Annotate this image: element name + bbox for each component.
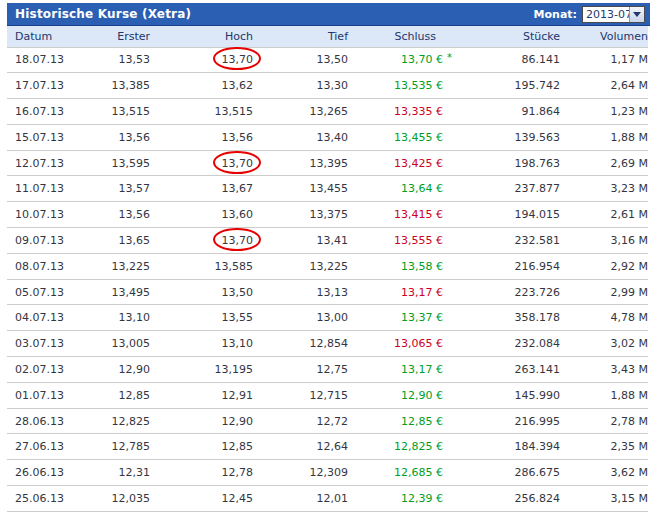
table-header-row: Datum Erster Hoch Tief Schluss Stücke Vo… [7, 26, 648, 47]
shares-value: 139.563 [515, 131, 561, 144]
close-value: 12,825 € [394, 440, 443, 453]
cell-erster: 13,225 [102, 253, 150, 279]
table-row: 17.07.1313,38513,6213,3013,535 €195.7422… [7, 73, 648, 99]
table-row: 05.07.1313,49513,5013,1313,17 €223.7262,… [7, 279, 648, 305]
cell-datum: 10.07.13 [7, 202, 102, 228]
cell-hoch: 13,70 [150, 47, 253, 73]
date-value: 02.07.13 [15, 363, 64, 376]
volume-value: 2,61 M [611, 208, 648, 221]
shares-value: 223.726 [515, 286, 561, 299]
cell-hoch: 12,91 [150, 382, 253, 408]
cell-volumen: 3,15 M [560, 486, 648, 512]
high-value: 13,55 [222, 311, 254, 324]
cell-schluss: 13,455 € [348, 124, 452, 150]
high-value: 13,60 [222, 208, 254, 221]
close-value: 13,535 € [394, 79, 443, 92]
table-row: 26.06.1312,3112,7812,30912,685 €286.6753… [7, 460, 648, 486]
cell-volumen: 1,17 M [560, 47, 648, 73]
shares-value: 216.954 [515, 260, 561, 273]
cell-hoch: 13,67 [150, 176, 253, 202]
cell-schluss: 13,58 € [348, 253, 452, 279]
volume-value: 2,69 M [611, 157, 648, 170]
cell-stuecke: 86.141 [452, 47, 560, 73]
table-row: 11.07.1313,5713,6713,45513,64 €237.8773,… [7, 176, 648, 202]
open-value: 13,225 [112, 260, 151, 273]
shares-value: 86.141 [522, 53, 561, 66]
cell-tief: 13,00 [253, 305, 348, 331]
close-value: 13,415 € [394, 208, 443, 221]
cell-schluss: 13,17 € [348, 279, 452, 305]
high-value: 13,585 [215, 260, 254, 273]
cell-datum: 12.07.13 [7, 150, 102, 176]
shares-value: 232.581 [515, 234, 561, 247]
shares-value: 194.015 [515, 208, 561, 221]
date-value: 17.07.13 [15, 79, 64, 92]
cell-datum: 02.07.13 [7, 357, 102, 383]
volume-value: 1,88 M [611, 131, 648, 144]
footnote-asterisk: * [443, 52, 452, 63]
cell-stuecke: 216.995 [452, 408, 560, 434]
low-value: 13,00 [317, 311, 349, 324]
month-select[interactable]: 2013-07 [582, 6, 645, 23]
cell-hoch: 13,195 [150, 357, 253, 383]
shares-value: 198.763 [515, 157, 561, 170]
cell-stuecke: 232.581 [452, 228, 560, 254]
close-value: 13,17 € [401, 286, 443, 299]
col-header-hoch: Hoch [150, 26, 253, 47]
cell-stuecke: 145.990 [452, 382, 560, 408]
close-value: 13,065 € [394, 337, 443, 350]
col-header-stuecke: Stücke [452, 26, 560, 47]
col-header-volumen: Volumen [560, 26, 648, 47]
high-value: 12,45 [222, 492, 254, 505]
cell-erster: 12,035 [102, 486, 150, 512]
chevron-down-icon[interactable] [629, 7, 644, 22]
shares-value: 145.990 [515, 389, 561, 402]
volume-value: 3,16 M [611, 234, 648, 247]
cell-erster: 13,65 [102, 228, 150, 254]
high-value: 12,91 [222, 389, 254, 402]
close-value: 13,17 € [401, 363, 443, 376]
cell-erster: 13,56 [102, 202, 150, 228]
close-value: 13,64 € [401, 182, 443, 195]
close-value: 13,37 € [401, 311, 443, 324]
volume-value: 2,99 M [611, 286, 648, 299]
cell-stuecke: 223.726 [452, 279, 560, 305]
high-value: 13,70 [222, 157, 254, 170]
low-value: 13,41 [317, 234, 349, 247]
shares-value: 184.394 [515, 440, 561, 453]
red-circle-annotation: 13,70 [222, 234, 254, 247]
open-value: 12,31 [119, 466, 151, 479]
cell-schluss: 13,17 € [348, 357, 452, 383]
cell-hoch: 13,55 [150, 305, 253, 331]
cell-volumen: 2,35 M [560, 434, 648, 460]
cell-tief: 13,395 [253, 150, 348, 176]
cell-volumen: 3,16 M [560, 228, 648, 254]
cell-schluss: 13,64 € [348, 176, 452, 202]
close-value: 13,555 € [394, 234, 443, 247]
open-value: 12,85 [119, 389, 151, 402]
month-select-value[interactable]: 2013-07 [583, 7, 629, 22]
cell-erster: 13,56 [102, 124, 150, 150]
open-value: 12,035 [112, 492, 151, 505]
cell-tief: 13,13 [253, 279, 348, 305]
cell-volumen: 2,69 M [560, 150, 648, 176]
low-value: 12,72 [317, 415, 349, 428]
cell-stuecke: 139.563 [452, 124, 560, 150]
high-value: 13,515 [215, 105, 254, 118]
cell-tief: 12,72 [253, 408, 348, 434]
date-value: 04.07.13 [15, 311, 64, 324]
table-row: 25.06.1312,03512,4512,0112,39 €256.8243,… [7, 486, 648, 512]
cell-tief: 13,41 [253, 228, 348, 254]
cell-schluss: 13,415 € [348, 202, 452, 228]
volume-value: 3,23 M [611, 182, 648, 195]
open-value: 13,495 [112, 286, 151, 299]
cell-volumen: 1,88 M [560, 124, 648, 150]
low-value: 13,455 [310, 182, 349, 195]
cell-tief: 13,30 [253, 73, 348, 99]
cell-erster: 13,495 [102, 279, 150, 305]
cell-volumen: 3,23 M [560, 176, 648, 202]
cell-erster: 13,53 [102, 47, 150, 73]
high-value: 12,90 [222, 415, 254, 428]
low-value: 13,225 [310, 260, 349, 273]
close-value: 12,90 € [401, 389, 443, 402]
